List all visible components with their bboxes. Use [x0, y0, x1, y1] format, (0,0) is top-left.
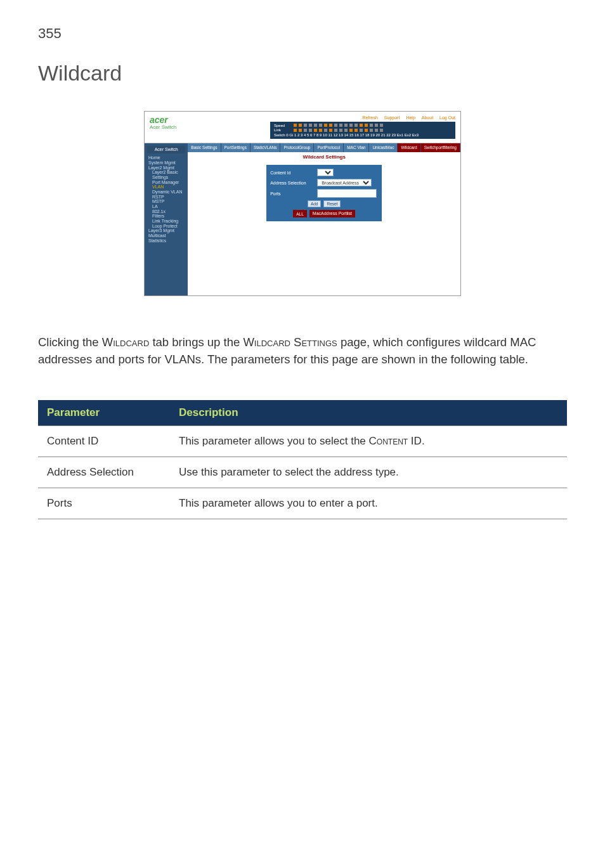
sidebar-layer2[interactable]: Layer2 Mgmt: [147, 165, 185, 171]
led-icon: [309, 124, 312, 127]
tab-protocol-group[interactable]: ProtocolGroup: [280, 143, 314, 152]
led-icon: [314, 129, 317, 132]
tab-basic-settings[interactable]: Basic Settings: [188, 143, 221, 152]
cell-desc: This parameter allows you to enter a por…: [170, 488, 567, 519]
panel-heading: Wildcard Settings: [188, 152, 460, 163]
led-icon: [349, 124, 353, 127]
para-text: Clicking the: [38, 335, 102, 349]
page-number: 355: [38, 25, 567, 42]
brand-subtitle: Acer Switch: [150, 125, 176, 131]
brand-logo: acer: [150, 115, 168, 125]
sidebar-vlan[interactable]: VLAN: [147, 185, 185, 190]
row-address-selection: Address Selection Broadcast Address: [270, 179, 378, 186]
sidebar-statistics[interactable]: Statistics: [147, 238, 185, 243]
sidebar-link-tracking[interactable]: Link Tracking: [147, 219, 185, 224]
link-logout[interactable]: Log Out: [439, 115, 455, 120]
led-icon: [380, 129, 383, 132]
select-address-selection[interactable]: Broadcast Address: [317, 179, 372, 186]
link-label: Link: [274, 128, 292, 133]
link-about[interactable]: About: [422, 115, 433, 120]
screenshot-container: acer Acer Switch Refresh Support Help Ab…: [38, 111, 567, 296]
led-icon: [375, 124, 378, 127]
link-row: Link: [274, 128, 452, 133]
table-row: Content ID This parameter allows you to …: [38, 426, 567, 457]
sidebar-home[interactable]: Home: [147, 155, 185, 160]
led-icon: [370, 124, 373, 127]
switch-numbers: Switch 0 Gi 1 2 3 4 5 6 7 8 9 10 11 12 1…: [274, 133, 452, 138]
led-icon: [334, 129, 337, 132]
shot-header: acer Acer Switch Refresh Support Help Ab…: [145, 112, 460, 143]
reset-button[interactable]: Reset: [323, 200, 341, 207]
form-area: Content Id Address Selection Broadcast A…: [188, 162, 460, 228]
result-header: MacAddress Portlist: [309, 210, 355, 217]
tab-wildcard[interactable]: Wildcard: [398, 143, 420, 152]
led-icon: [355, 124, 358, 127]
main-panel: Basic Settings PortSettings StaticVLANs …: [188, 143, 460, 295]
switch-numbers-text: Switch 0 Gi 1 2 3 4 5 6 7 8 9 10 11 12 1…: [274, 133, 419, 138]
tab-mac-vlan[interactable]: MAC Vlan: [344, 143, 369, 152]
desc-text: .: [422, 435, 425, 447]
input-ports[interactable]: [317, 189, 377, 198]
link-help[interactable]: Help: [406, 115, 415, 120]
top-links: Refresh Support Help About Log Out: [362, 115, 455, 120]
cell-param: Content ID: [38, 426, 170, 457]
shot-body: Acer Switch Home System Mgmt Layer2 Mgmt…: [145, 143, 460, 295]
tab-static-vlans[interactable]: StaticVLANs: [250, 143, 281, 152]
led-icon: [349, 129, 353, 132]
para-smallcaps: Wildcard Settings: [243, 335, 337, 349]
sidebar-dynamic-vlan[interactable]: Dynamic VLAN: [147, 190, 185, 195]
sidebar-port-manager[interactable]: Port Manager: [147, 180, 185, 185]
tab-switchport-filtering[interactable]: Switchportfiltering: [421, 143, 460, 152]
sidebar-filters[interactable]: Filters: [147, 214, 185, 219]
led-icon: [329, 129, 332, 132]
led-icon: [314, 124, 317, 127]
led-icon: [344, 124, 348, 127]
led-icon: [339, 124, 342, 127]
led-icon: [304, 129, 307, 132]
th-description: Description: [170, 400, 567, 426]
sidebar-l2-basic[interactable]: Layer2 Basic Settings: [147, 170, 185, 179]
form-actions: Add Reset: [270, 200, 378, 207]
page-title: Wildcard: [38, 61, 567, 86]
led-icon: [319, 129, 322, 132]
table-row: Address Selection Use this parameter to …: [38, 457, 567, 488]
link-support[interactable]: Support: [384, 115, 400, 120]
label-address-selection: Address Selection: [270, 181, 315, 186]
tab-port-settings[interactable]: PortSettings: [221, 143, 250, 152]
select-content-id[interactable]: [317, 169, 334, 176]
table-row: Ports This parameter allows you to enter…: [38, 488, 567, 519]
cell-desc: Use this parameter to select the address…: [170, 457, 567, 488]
label-ports: Ports: [270, 191, 315, 197]
sidebar-mstp[interactable]: MSTP: [147, 199, 185, 204]
led-icon: [365, 124, 368, 127]
led-icon: [365, 129, 368, 132]
led-icon: [299, 129, 302, 132]
led-icon: [355, 129, 358, 132]
sidebar-la[interactable]: LA: [147, 204, 185, 209]
tab-port-protocol[interactable]: PortProtocol: [314, 143, 344, 152]
add-button[interactable]: Add: [308, 200, 322, 207]
speed-row: Speed: [274, 124, 452, 128]
sidebar-title: Acer Switch: [147, 146, 185, 153]
sidebar-multicast[interactable]: Multicast: [147, 233, 185, 238]
desc-text: This parameter allows you to enter a por…: [179, 497, 378, 509]
sidebar-layer3[interactable]: Layer3 Mgmt: [147, 228, 185, 233]
led-icon: [319, 124, 322, 127]
all-button[interactable]: ALL: [293, 210, 307, 217]
led-icon: [370, 129, 373, 132]
sidebar-8021x[interactable]: 802.1x: [147, 209, 185, 214]
header-right: Refresh Support Help About Log Out Speed…: [181, 115, 455, 139]
parameter-table: Parameter Description Content ID This pa…: [38, 400, 567, 519]
tab-unicast-mac[interactable]: UnicastMac: [369, 143, 398, 152]
desc-text: Use this parameter to select the address…: [179, 466, 399, 478]
sidebar-system[interactable]: System Mgmt: [147, 160, 185, 165]
tab-bar: Basic Settings PortSettings StaticVLANs …: [188, 143, 460, 152]
led-icon: [360, 124, 363, 127]
sidebar-rstp[interactable]: RSTP: [147, 195, 185, 200]
para-smallcaps: Wildcard: [102, 335, 150, 349]
link-refresh[interactable]: Refresh: [362, 115, 378, 120]
desc-text: This parameter allows you to select the: [179, 435, 369, 447]
sidebar: Acer Switch Home System Mgmt Layer2 Mgmt…: [145, 143, 188, 295]
led-icon: [344, 129, 348, 132]
sidebar-loop-protect[interactable]: Loop Protect: [147, 224, 185, 229]
